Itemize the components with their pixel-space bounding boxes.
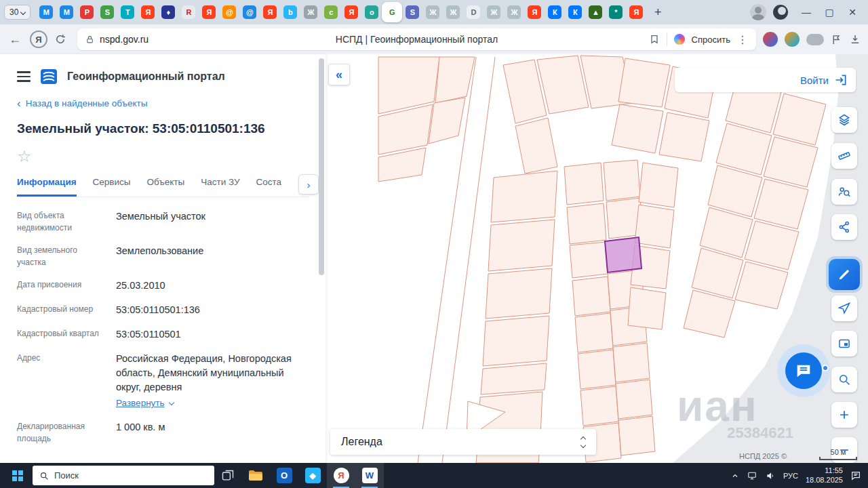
login-button[interactable]: Войти xyxy=(800,75,829,86)
browser-tab[interactable]: P xyxy=(77,2,97,22)
adblock-icon[interactable] xyxy=(806,34,824,45)
chevron-down-icon xyxy=(168,400,174,405)
panel-tab[interactable]: Сервисы xyxy=(93,177,131,197)
tab-counter[interactable]: 30 xyxy=(4,5,31,20)
hamburger-menu-icon[interactable] xyxy=(17,71,31,82)
bookmark-icon[interactable] xyxy=(649,34,660,45)
field-label: Дата присвоения xyxy=(17,279,104,293)
browser-tab[interactable]: Я xyxy=(138,2,158,22)
close-button[interactable]: ✕ xyxy=(841,7,864,18)
browser-tab[interactable]: S xyxy=(97,2,117,22)
extension-icon[interactable] xyxy=(763,32,778,47)
extension-icon[interactable] xyxy=(785,32,800,47)
chat-notification-dot xyxy=(822,365,829,371)
legend-bar[interactable]: Легенда xyxy=(330,429,596,455)
measure-tool-button[interactable] xyxy=(831,143,857,169)
panel-collapse-button[interactable]: « xyxy=(328,64,350,85)
draw-tool-button[interactable] xyxy=(829,259,860,290)
browser-tab[interactable]: @ xyxy=(219,2,239,22)
object-search-tool-button[interactable] xyxy=(831,179,857,205)
browser-tab[interactable]: Я xyxy=(626,2,646,22)
panel-tab[interactable]: Части ЗУ xyxy=(201,177,239,197)
browser-mode-icon[interactable] xyxy=(773,5,788,20)
address-bar[interactable]: nspd.gov.ru НСПД | Геоинформационный пор… xyxy=(77,28,756,50)
taskbar-app-photos[interactable]: ◆ xyxy=(298,463,327,488)
layers-tool-button[interactable] xyxy=(831,107,857,133)
network-icon[interactable] xyxy=(747,471,757,481)
taskbar-app-word[interactable]: W xyxy=(355,463,384,488)
page-title: НСПД | Геоинформационный портал xyxy=(336,34,498,45)
browser-tab[interactable]: b xyxy=(280,2,300,22)
maximize-button[interactable]: ▢ xyxy=(818,7,841,18)
download-icon[interactable] xyxy=(849,33,861,45)
back-to-results-link[interactable]: ‹ Назад в найденные объекты xyxy=(17,98,309,109)
tray-expand-icon[interactable] xyxy=(731,472,739,480)
volume-icon[interactable] xyxy=(765,471,776,481)
taskbar-app-mail[interactable]: O xyxy=(270,463,298,488)
browser-tab[interactable]: @ xyxy=(239,2,260,22)
map-canvas[interactable] xyxy=(326,54,868,463)
zoom-area-tool-button[interactable] xyxy=(831,367,857,392)
panel-tab[interactable]: Соста xyxy=(256,177,282,197)
profile-avatar-icon[interactable] xyxy=(750,4,766,20)
browser-tab[interactable]: M xyxy=(36,2,56,22)
browser-tab[interactable]: * xyxy=(606,2,626,22)
notification-center-icon[interactable] xyxy=(850,470,861,481)
panel-scrollbar[interactable] xyxy=(319,58,324,275)
chat-button[interactable] xyxy=(785,352,822,389)
browser-tab[interactable]: ▲ xyxy=(585,2,606,22)
kebab-menu-icon[interactable]: ⋮ xyxy=(737,33,748,46)
ask-button[interactable]: Спросить xyxy=(692,35,730,45)
browser-tab[interactable]: Ж xyxy=(300,2,321,22)
taskbar-search[interactable]: Поиск xyxy=(33,466,214,485)
browser-tab[interactable]: Я xyxy=(260,2,280,22)
browser-tab[interactable]: S xyxy=(402,2,422,22)
taskbar-clock[interactable]: 11:55 18.08.2025 xyxy=(806,466,843,485)
browser-tab[interactable]: M xyxy=(56,2,77,22)
chat-widget[interactable] xyxy=(777,344,830,397)
browser-tab[interactable]: D xyxy=(463,2,484,22)
taskbar-app-yandex-browser[interactable]: Я xyxy=(327,463,355,488)
browser-tab[interactable]: G xyxy=(382,2,402,22)
refresh-icon[interactable] xyxy=(54,33,71,45)
login-bar[interactable]: Войти xyxy=(675,68,856,92)
browser-tab[interactable]: Ж xyxy=(422,2,443,22)
panel-tab[interactable]: Информация xyxy=(17,177,77,197)
portal-title: Геоинформационный портал xyxy=(67,70,225,83)
browser-tab[interactable]: Ж xyxy=(443,2,463,22)
panel-tab[interactable]: Объекты xyxy=(147,177,185,197)
browser-tab[interactable]: К xyxy=(545,2,565,22)
taskbar-app-explorer[interactable] xyxy=(241,463,270,488)
assistant-icon[interactable] xyxy=(674,34,685,45)
browser-tab[interactable]: T xyxy=(117,2,138,22)
back-icon[interactable]: ← xyxy=(7,33,23,47)
yandex-menu-icon[interactable]: Я xyxy=(30,30,47,48)
browser-tab[interactable]: Ж xyxy=(484,2,504,22)
browser-tab[interactable]: Я xyxy=(199,2,219,22)
legend-toggle[interactable] xyxy=(581,437,585,447)
tabs-scroll-right-button[interactable]: › xyxy=(298,174,319,195)
basemap-tool-button[interactable] xyxy=(831,331,857,357)
browser-tab[interactable]: Я xyxy=(341,2,361,22)
locate-tool-button[interactable] xyxy=(831,296,857,321)
language-indicator[interactable]: РУС xyxy=(783,472,798,480)
tab-favicon: Я xyxy=(344,5,358,19)
zoom-in-button[interactable] xyxy=(831,402,857,428)
browser-tab[interactable]: Я xyxy=(524,2,545,22)
favorite-star-icon[interactable]: ☆ xyxy=(17,147,309,166)
browser-tab[interactable]: o xyxy=(361,2,382,22)
browser-tab[interactable]: ♦ xyxy=(158,2,178,22)
share-tool-button[interactable] xyxy=(831,214,857,240)
new-tab-button[interactable]: + xyxy=(649,3,667,21)
browser-tab[interactable]: R xyxy=(178,2,199,22)
browser-tab[interactable]: c xyxy=(321,2,341,22)
expand-link[interactable]: Развернуть xyxy=(116,396,174,410)
flag-icon[interactable] xyxy=(831,34,842,45)
minimize-button[interactable]: — xyxy=(795,7,818,18)
browser-tab[interactable]: Ж xyxy=(504,2,524,22)
start-button[interactable] xyxy=(4,463,31,488)
layers-icon xyxy=(837,113,851,127)
map-area[interactable]: иан 25384621 « Войти xyxy=(326,54,868,463)
task-view-button[interactable] xyxy=(214,463,241,488)
browser-tab[interactable]: К xyxy=(565,2,585,22)
